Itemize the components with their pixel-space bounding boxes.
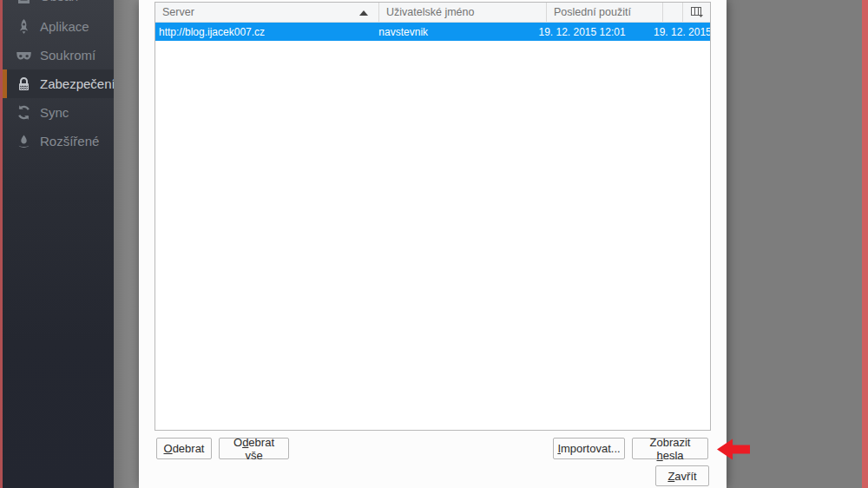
login-row-selected[interactable]: http://blog.ijacek007.cz navstevnik 19. … [155, 23, 710, 41]
login-last-used-cell: 19. 12. 2015 12:01 [536, 26, 650, 38]
column-header-username[interactable]: Uživatelské jméno [379, 3, 547, 22]
sidebar-item-advanced[interactable]: Rozšířené [3, 127, 114, 155]
sync-icon [16, 104, 32, 121]
sidebar-item-applications[interactable]: Aplikace [3, 12, 114, 41]
column-header-server[interactable]: Server [155, 3, 379, 22]
dimmed-backdrop-strip [114, 0, 139, 488]
sidebar-item-label: Rozšířené [40, 134, 99, 148]
sidebar-item-label: Sync [40, 105, 69, 120]
import-button[interactable]: Importovat... [553, 438, 625, 459]
screenshot-root: Obsah Aplikace Soukromí Zabezpečení Sync [0, 0, 868, 488]
saved-passwords-dialog: Server Uživatelské jméno Poslední použit… [139, 0, 727, 488]
column-header-last-used[interactable]: Poslední použití [547, 3, 663, 22]
rocket-icon [16, 18, 32, 35]
remove-button[interactable]: Odebrat [156, 438, 212, 459]
column-header-spacer [663, 3, 683, 22]
sidebar-item-security[interactable]: Zabezpečení [3, 69, 114, 98]
sidebar-item-label: Zabezpečení [40, 76, 115, 91]
lock-icon [16, 76, 32, 92]
sidebar-item-label: Soukromí [40, 48, 95, 63]
mask-icon [16, 47, 32, 63]
login-username-cell: navstevnik [373, 26, 536, 38]
sidebar-item-sync[interactable]: Sync [3, 98, 114, 127]
sort-ascending-icon [359, 10, 368, 16]
annotation-arrow-icon [717, 438, 750, 461]
sidebar-item-content[interactable]: Obsah [3, 0, 114, 10]
logins-table: Server Uživatelské jméno Poslední použit… [155, 2, 711, 431]
sidebar-item-label: Obsah [40, 0, 78, 3]
close-button[interactable]: Zavřít [655, 465, 709, 486]
login-server-cell: http://blog.ijacek007.cz [155, 26, 373, 38]
logins-table-header: Server Uživatelské jméno Poslední použit… [155, 3, 710, 23]
document-icon [16, 0, 32, 4]
column-picker-icon [691, 7, 703, 17]
preferences-sidebar: Obsah Aplikace Soukromí Zabezpečení Sync [3, 0, 114, 488]
screenshot-border-right [862, 0, 868, 488]
sidebar-item-label: Aplikace [40, 19, 89, 34]
login-last-changed-cell: 19. 12. 2015 [650, 26, 710, 38]
show-passwords-button[interactable]: Zobrazit hesla [632, 438, 708, 459]
sidebar-item-privacy[interactable]: Soukromí [3, 41, 114, 69]
remove-all-button[interactable]: Odebrat vše [219, 438, 289, 459]
column-picker-button[interactable] [683, 3, 710, 22]
flask-icon [16, 133, 32, 149]
